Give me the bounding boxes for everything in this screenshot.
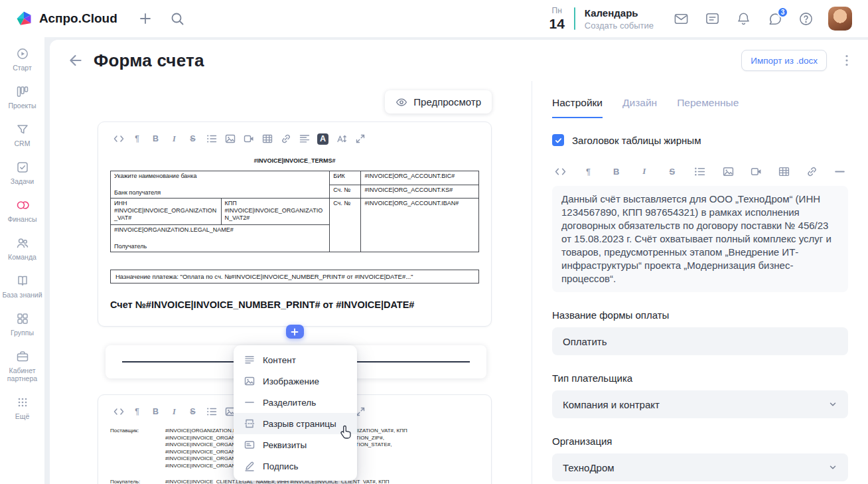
align-left-button[interactable]	[296, 131, 313, 147]
video-icon	[244, 133, 254, 144]
insert-menu-item-image[interactable]: Изображение	[234, 370, 357, 392]
payment-form-input[interactable]: Оплатить	[552, 327, 848, 355]
bell-icon[interactable]	[736, 11, 751, 27]
menu-item-label: Разрыв страницы	[263, 419, 336, 429]
tab-design[interactable]: Дизайн	[622, 97, 657, 118]
link-button[interactable]	[804, 163, 820, 179]
sidebar-item-partner[interactable]: Кабинет партнера	[0, 345, 44, 387]
insert-menu-item-divider[interactable]: Разделитель	[234, 392, 357, 413]
video-icon	[751, 166, 762, 177]
import-docx-button[interactable]: Импорт из .docx	[741, 50, 827, 71]
strikethrough-button[interactable]: S	[184, 404, 201, 420]
kebab-menu-button[interactable]	[839, 52, 855, 68]
sidebar-item-label: Старт	[13, 64, 32, 72]
insert-menu-item-signature[interactable]: Подпись	[234, 455, 357, 477]
paragraph-button[interactable]: ¶	[129, 404, 145, 420]
list-button[interactable]	[203, 131, 220, 147]
payment-form-label: Название формы оплаты	[552, 309, 848, 321]
create-event-link[interactable]: Создать событие	[585, 21, 654, 30]
quick-add-button[interactable]	[137, 11, 153, 27]
brand[interactable]: Аспро.Cloud	[15, 9, 117, 28]
calendar-date[interactable]: Пн 14	[549, 7, 565, 31]
calendar-title[interactable]: Календарь	[585, 8, 654, 18]
sidebar-item-groups[interactable]: Группы	[0, 307, 44, 341]
bold-button[interactable]: B	[147, 131, 164, 147]
mail-icon[interactable]	[674, 11, 689, 27]
sidebar-item-start[interactable]: Старт	[0, 42, 44, 76]
table-icon	[262, 133, 273, 144]
paragraph-button[interactable]: ¶	[129, 131, 145, 147]
back-button[interactable]	[67, 52, 84, 69]
account-label-cell: Сч. №	[330, 185, 361, 199]
align-left-icon	[299, 133, 310, 144]
start-icon	[16, 47, 29, 60]
bold-header-checkbox[interactable]	[552, 134, 564, 146]
list-button[interactable]	[203, 404, 220, 420]
invoice-terms-variable: #INVOICE|INVOICE_TERMS#	[110, 157, 479, 164]
preview-button[interactable]: Предпросмотр	[385, 90, 492, 114]
account-label-2-cell: Сч. №	[330, 199, 361, 252]
strikethrough-button[interactable]: S	[664, 163, 680, 179]
image-button[interactable]	[720, 163, 737, 179]
organization-select[interactable]: ТехноДром	[552, 453, 848, 481]
bank-details-table: Укажите наименование банка Банк получате…	[110, 171, 479, 252]
font-size-button[interactable]	[333, 131, 350, 147]
comments-icon[interactable]	[705, 11, 720, 27]
tab-variables[interactable]: Переменные	[677, 97, 739, 118]
image-button[interactable]	[222, 131, 238, 147]
sidebar-item-knowledge[interactable]: База знаний	[0, 270, 44, 303]
table-button[interactable]	[776, 163, 792, 179]
payer-type-select[interactable]: Компания и контракт	[552, 390, 848, 418]
payment-form-value: Оплатить	[563, 336, 607, 347]
link-button[interactable]	[277, 131, 294, 147]
divider-button[interactable]	[832, 163, 848, 179]
fullscreen-button[interactable]	[352, 131, 368, 147]
italic-icon: I	[169, 133, 180, 144]
content-icon	[244, 355, 255, 365]
finance-icon	[16, 199, 29, 212]
insert-menu-item-requisites[interactable]: Реквизиты	[234, 434, 357, 455]
add-block-button[interactable]	[286, 325, 304, 339]
user-avatar[interactable]	[828, 7, 852, 31]
bik-label-cell: БИК	[330, 171, 361, 185]
inn-cell: ИНН #INVOICE|INVOICE_ORGANIZATION_VAT#	[111, 199, 222, 225]
supplier-label: Поставщик:	[110, 428, 165, 469]
bank-name-cell: Укажите наименование банка Банк получате…	[111, 171, 330, 199]
sidebar-item-more[interactable]: Ещё	[0, 391, 44, 425]
list-icon	[206, 133, 217, 144]
sidebar-item-label: База знаний	[2, 291, 42, 299]
invoice-block[interactable]: ¶BISA #INVOICE|INVOICE_TERMS# Укажите на…	[98, 121, 492, 327]
invoice-description-editor[interactable]: Данный счёт выставляется для ООО „ТехноД…	[552, 186, 848, 292]
settings-tabs: НастройкиДизайнПеременные	[552, 97, 848, 118]
code-button[interactable]	[110, 131, 127, 147]
code-button[interactable]	[110, 404, 127, 420]
strikethrough-button[interactable]: S	[184, 131, 201, 147]
tab-settings[interactable]: Настройки	[552, 97, 603, 118]
video-button[interactable]	[748, 163, 764, 179]
list-button[interactable]	[691, 163, 708, 179]
text-color-button[interactable]: A	[315, 131, 331, 147]
insert-menu-item-page-break[interactable]: Разрыв страницы	[234, 413, 357, 434]
payer-type-label: Тип плательщика	[552, 372, 848, 384]
paragraph-button[interactable]: ¶	[580, 163, 597, 179]
sidebar-item-tasks[interactable]: Задачи	[0, 156, 44, 190]
italic-button[interactable]: I	[166, 404, 182, 420]
italic-button[interactable]: I	[636, 163, 652, 179]
table-button[interactable]	[259, 131, 275, 147]
chat-icon[interactable]: 3	[767, 11, 782, 27]
paragraph-icon: ¶	[583, 166, 594, 177]
code-button[interactable]	[552, 163, 569, 179]
italic-button[interactable]: I	[166, 131, 182, 147]
insert-menu-item-content[interactable]: Контент	[234, 349, 357, 370]
sidebar-item-projects[interactable]: Проекты	[0, 80, 44, 114]
list-icon	[694, 166, 705, 177]
strikethrough-icon: S	[188, 133, 198, 144]
search-button[interactable]	[169, 11, 185, 27]
sidebar-item-finance[interactable]: Финансы	[0, 194, 44, 228]
bold-button[interactable]: B	[608, 163, 624, 179]
bold-button[interactable]: B	[147, 404, 164, 420]
help-icon[interactable]	[798, 11, 814, 27]
video-button[interactable]	[240, 131, 257, 147]
sidebar-item-team[interactable]: Команда	[0, 232, 44, 266]
sidebar-item-crm[interactable]: CRM	[0, 118, 44, 152]
